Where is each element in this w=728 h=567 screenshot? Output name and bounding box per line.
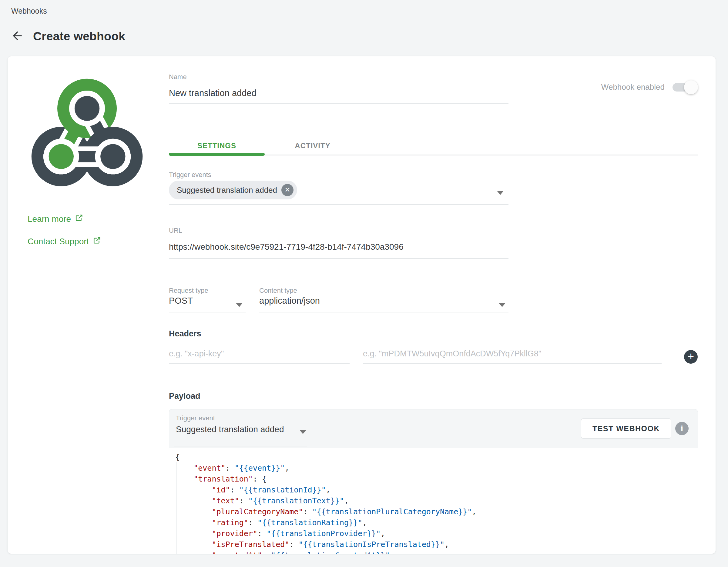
chevron-down-icon[interactable] <box>497 191 504 195</box>
chevron-down-icon <box>236 303 243 307</box>
request-type-label: Request type <box>169 287 208 294</box>
learn-more-link[interactable]: Learn more <box>28 214 83 224</box>
payload-trigger-underline <box>174 446 307 446</box>
learn-more-label: Learn more <box>28 214 71 224</box>
plus-icon: + <box>688 351 694 362</box>
chevron-down-icon <box>499 303 505 307</box>
trigger-event-chip: Suggested translation added ✕ <box>169 181 297 200</box>
content-type-select[interactable]: application/json <box>259 296 508 312</box>
contact-support-link[interactable]: Contact Support <box>28 237 101 247</box>
url-label: URL <box>169 227 182 235</box>
code-line: "id": "{{translationId}}", <box>175 485 698 495</box>
code-line: "event": "{{event}}", <box>175 463 698 474</box>
payload-trigger-event-label: Trigger event <box>176 414 215 422</box>
payload-section-title: Payload <box>169 391 200 401</box>
name-input[interactable] <box>169 83 508 104</box>
add-header-button[interactable]: + <box>684 350 698 364</box>
header-value-input[interactable] <box>363 344 662 364</box>
code-line: "provider": "{{translationProvider}}", <box>175 528 698 539</box>
code-line: "createdAt": "{{translationCreatedAt}}", <box>175 550 698 554</box>
webhook-enabled-label: Webhook enabled <box>601 82 665 92</box>
info-icon[interactable]: i <box>675 422 689 435</box>
header-key-input[interactable] <box>169 344 350 364</box>
breadcrumb[interactable]: Webhooks <box>11 7 47 15</box>
page-title: Create webhook <box>33 30 125 43</box>
code-line: "isPreTranslated": "{{translationIsPreTr… <box>175 539 698 550</box>
external-link-icon <box>93 237 101 247</box>
webhook-enabled-toggle[interactable] <box>673 83 696 92</box>
payload-trigger-event-value[interactable]: Suggested translation added <box>176 424 284 434</box>
content-type-value: application/json <box>259 296 320 305</box>
tab-bar: SETTINGS ACTIVITY <box>169 138 361 154</box>
chevron-down-icon[interactable] <box>300 430 306 434</box>
external-link-icon <box>75 214 83 224</box>
tab-settings[interactable]: SETTINGS <box>169 138 265 154</box>
payload-panel: Trigger event Suggested translation adde… <box>169 409 698 554</box>
code-line: "rating": "{{translationRating}}", <box>175 517 698 528</box>
content-type-label: Content type <box>259 287 297 294</box>
payload-panel-header: Trigger event Suggested translation adde… <box>169 409 698 448</box>
code-line: "translation": { <box>175 474 698 485</box>
tab-activity[interactable]: ACTIVITY <box>265 138 361 154</box>
headers-section-title: Headers <box>169 329 201 338</box>
active-tab-indicator <box>169 153 265 156</box>
request-type-select[interactable]: POST <box>169 296 246 312</box>
contact-support-label: Contact Support <box>28 237 89 247</box>
trigger-events-select[interactable]: Suggested translation added ✕ <box>169 178 508 205</box>
request-type-value: POST <box>169 296 193 305</box>
trigger-event-chip-label: Suggested translation added <box>177 186 277 195</box>
back-button[interactable] <box>10 29 25 44</box>
code-line: "text": "{{translationText}}", <box>175 495 698 506</box>
toggle-thumb <box>684 80 698 94</box>
webhook-logo <box>27 76 149 195</box>
code-line: "pluralCategoryName": "{{translationPlur… <box>175 506 698 517</box>
payload-code[interactable]: { "event": "{{event}}", "translation": {… <box>169 448 698 554</box>
url-input[interactable] <box>169 236 508 259</box>
arrow-left-icon <box>11 29 24 44</box>
code-line: { <box>175 452 698 463</box>
create-webhook-card: Learn more Contact Support Name Webhook … <box>8 56 716 554</box>
webhook-enabled-wrap: Webhook enabled <box>601 82 696 92</box>
title-row: Create webhook <box>10 29 125 44</box>
test-webhook-button[interactable]: TEST WEBHOOK <box>581 418 671 438</box>
name-label: Name <box>169 73 187 81</box>
chip-remove-icon[interactable]: ✕ <box>281 184 294 196</box>
